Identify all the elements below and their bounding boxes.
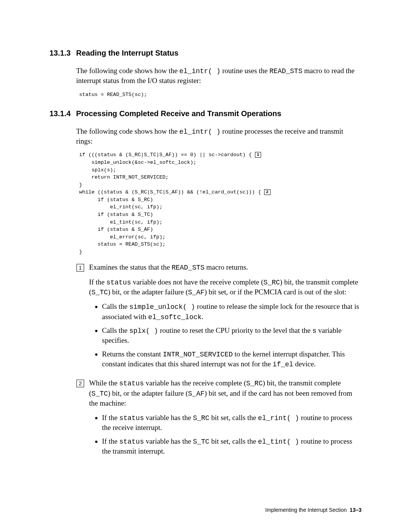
text: macro returns. bbox=[204, 263, 248, 271]
text: . bbox=[202, 313, 204, 321]
text: The following code shows how the bbox=[76, 67, 179, 75]
code-inline: if_el bbox=[273, 361, 293, 368]
code-inline: status bbox=[106, 279, 131, 286]
callout-list: 1 Examines the status that the READ_STS … bbox=[76, 262, 362, 460]
text: bit set, calls the bbox=[209, 437, 258, 445]
text: variable has the receive complete ( bbox=[144, 379, 246, 387]
text: Returns the constant bbox=[102, 350, 163, 358]
code-inline: S_TC bbox=[91, 390, 108, 398]
bullet-list: If the status variable has the S_RC bit … bbox=[89, 413, 362, 456]
bullet-item: Calls the simple_unlock( ) routine to re… bbox=[102, 302, 362, 322]
text: variable has the bbox=[144, 414, 193, 422]
code-inline: el_intr( ) bbox=[179, 128, 220, 136]
code-block: if (((status & (S_RC|S_TC|S_AF)) == 0) |… bbox=[79, 151, 362, 256]
text: If the bbox=[102, 414, 119, 422]
code-inline: simple_unlock( ) bbox=[129, 303, 195, 311]
text: If the bbox=[89, 278, 106, 286]
section-13-1-4-body: The following code shows how the el_intr… bbox=[76, 126, 362, 256]
text: Examines the status that the bbox=[89, 263, 172, 271]
code-inline: splx( ) bbox=[129, 327, 158, 335]
paragraph: While the status variable has the receiv… bbox=[89, 378, 362, 408]
code-inline: S_RC bbox=[246, 380, 263, 387]
code-inline: S_RC bbox=[193, 414, 209, 422]
code-lines: if (status & S_RC) el_rint(sc, ifp); if … bbox=[79, 197, 166, 255]
text: variable has the bbox=[144, 437, 193, 445]
code-line: if (((status & (S_RC|S_TC|S_AF)) == 0) |… bbox=[79, 152, 255, 158]
code-inline: status bbox=[119, 414, 144, 422]
paragraph: The following code shows how the el_intr… bbox=[76, 126, 362, 146]
callout-number: 2 bbox=[76, 378, 84, 460]
code-inline: el_softc_lock bbox=[148, 313, 201, 321]
text: Calls the bbox=[102, 326, 129, 334]
page-number: 13–3 bbox=[350, 507, 362, 513]
callout-number: 1 bbox=[76, 262, 84, 373]
text: routine to reset the CPU priority to the… bbox=[158, 326, 312, 334]
code-block: status = READ_STS(sc); bbox=[79, 91, 362, 99]
text: routine uses the bbox=[220, 67, 269, 75]
paragraph: The following code shows how the el_intr… bbox=[76, 66, 362, 86]
text: ) bit set, or if the PCMCIA card is out … bbox=[204, 288, 346, 296]
text: ) bit, or the adapter failure ( bbox=[108, 288, 188, 296]
code-inline: S_AF bbox=[188, 289, 204, 296]
code-lines: simple_unlock(&sc->el_softc_lock); splx(… bbox=[79, 160, 196, 188]
bullet-item: If the status variable has the S_RC bit … bbox=[102, 413, 362, 433]
callout-number-box: 2 bbox=[76, 380, 84, 387]
text: device. bbox=[293, 360, 316, 368]
code-inline: S_RC bbox=[263, 279, 280, 286]
callout-number-box: 1 bbox=[76, 264, 84, 272]
section-13-1-3-heading: 13.1.3 Reading the Interrupt Status bbox=[49, 49, 362, 62]
code-inline: S_TC bbox=[193, 438, 209, 446]
paragraph: If the status variable does not have the… bbox=[89, 277, 362, 297]
text: Calls the bbox=[102, 302, 129, 310]
code-inline: el_rint( ) bbox=[258, 414, 299, 422]
code-line: while ((status & (S_RC|S_TC|S_AF)) && (!… bbox=[79, 189, 264, 195]
code-inline: S_TC bbox=[91, 289, 108, 296]
bullet-item: Returns the constant INTR_NOT_SERVICED t… bbox=[102, 349, 362, 369]
code-inline: el_tint( ) bbox=[258, 438, 299, 446]
page-footer: Implementing the Interrupt Section 13–3 bbox=[265, 507, 362, 513]
section-13-1-4-heading: 13.1.4 Processing Completed Receive and … bbox=[49, 109, 362, 123]
text: variable does not have the receive compl… bbox=[131, 278, 263, 286]
bullet-list: Calls the simple_unlock( ) routine to re… bbox=[89, 302, 362, 369]
code-inline: INTR_NOT_SERVICED bbox=[163, 351, 233, 358]
code-inline: status bbox=[119, 438, 144, 446]
callout-body: Examines the status that the READ_STS ma… bbox=[89, 262, 362, 373]
code-inline: status bbox=[119, 380, 144, 387]
text: While the bbox=[89, 379, 119, 387]
callout-marker-1: 1 bbox=[255, 152, 261, 158]
section-13-1-3-body: The following code shows how the el_intr… bbox=[76, 66, 362, 99]
callout-item-1: 1 Examines the status that the READ_STS … bbox=[76, 262, 362, 373]
section-number: 13.1.3 bbox=[49, 49, 72, 62]
text: If the bbox=[102, 437, 119, 445]
bullet-item: If the status variable has the S_TC bit … bbox=[102, 436, 362, 456]
section-title: Reading the Interrupt Status bbox=[76, 49, 178, 58]
page: 13.1.3 Reading the Interrupt Status The … bbox=[0, 0, 411, 488]
text: bit set, calls the bbox=[209, 414, 258, 422]
section-number: 13.1.4 bbox=[49, 109, 72, 123]
code-inline: READ_STS bbox=[172, 264, 204, 272]
footer-title: Implementing the Interrupt Section bbox=[265, 507, 347, 513]
code-inline: READ_STS bbox=[269, 67, 302, 75]
text: The following code shows how the bbox=[76, 127, 179, 135]
bullet-item: Calls the splx( ) routine to reset the C… bbox=[102, 326, 362, 345]
code-inline: el_intr( ) bbox=[179, 67, 220, 75]
section-title: Processing Completed Receive and Transmi… bbox=[76, 109, 281, 118]
callout-marker-2: 2 bbox=[264, 189, 271, 195]
callout-item-2: 2 While the status variable has the rece… bbox=[76, 378, 362, 460]
paragraph: Examines the status that the READ_STS ma… bbox=[89, 262, 362, 272]
callout-body: While the status variable has the receiv… bbox=[89, 378, 362, 460]
code-inline: s bbox=[312, 327, 317, 335]
code-inline: S_AF bbox=[188, 390, 204, 398]
text: ) bit, or the adapter failure ( bbox=[108, 389, 188, 397]
